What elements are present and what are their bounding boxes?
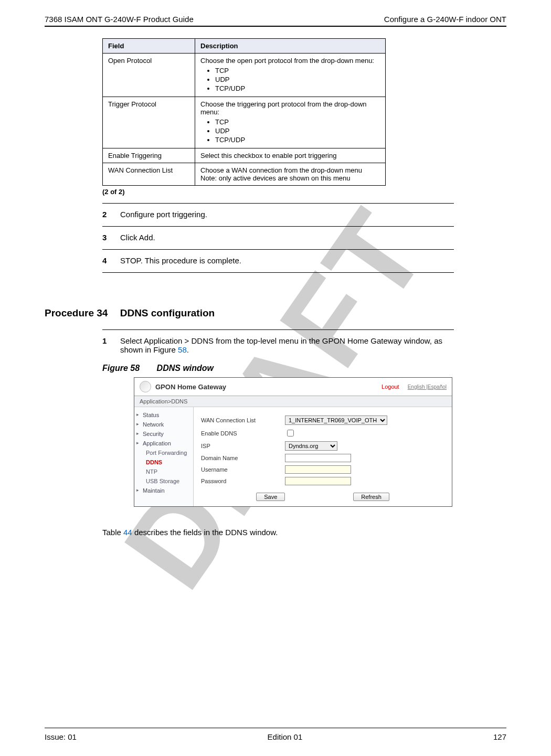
doc-title-left: 7368 ISAM ONT G-240W-F Product Guide [45,15,194,24]
cell-field: Trigger Protocol [103,97,195,148]
figure-label: Figure 58 [102,364,140,372]
refresh-button[interactable]: Refresh [353,493,389,501]
cell-field: WAN Connection List [103,163,195,186]
step-number: 2 [102,210,120,219]
procedure-heading: Procedure 34 DDNS configuration [45,307,506,319]
step-separator [102,249,454,250]
isp-label: ISP [201,443,285,449]
sidebar-item-usb-storage[interactable]: USB Storage [134,476,193,486]
gpon-title: GPON Home Gateway [155,383,226,391]
doc-title-right: Configure a G-240W-F indoor ONT [384,15,506,24]
sidebar-item-security[interactable]: Security [134,429,193,439]
sidebar-item-port-forwarding[interactable]: Port Forwarding [134,448,193,457]
table-row: Open Protocol Choose the open port proto… [103,54,386,97]
step-separator [102,272,454,273]
ddns-window-screenshot: GPON Home Gateway Logout English |Españo… [134,377,452,507]
step-text: Configure port triggering. [120,210,207,219]
step-separator [102,203,454,204]
isp-select[interactable]: Dyndns.org [285,441,337,451]
cell-field: Enable Triggering [103,148,195,163]
logout-link[interactable]: Logout [382,384,399,390]
footer-rule [45,728,506,728]
sidebar-item-network[interactable]: Network [134,420,193,429]
step-text: Click Add. [120,233,155,242]
domain-label: Domain Name [201,455,285,461]
procedure-label: Procedure 34 [45,307,108,318]
footer-left: Issue: 01 [45,732,77,741]
figure-link[interactable]: 58 [178,345,187,354]
logo-icon [140,381,151,392]
header-rule [45,26,506,27]
language-links[interactable]: English |Español [408,384,447,390]
figure-title: DDNS window [157,364,214,372]
step: 1 Select Application > DDNS from the top… [102,336,454,354]
col-description: Description [195,39,386,54]
procedure-title: DDNS configuration [120,307,215,318]
table-footer: (2 of 2) [102,188,506,196]
enable-ddns-checkbox[interactable] [287,430,294,436]
after-figure-text: Table 44 describes the fields in the DDN… [102,528,506,537]
cell-field: Open Protocol [103,54,195,97]
table-row: WAN Connection List Choose a WAN connect… [103,163,386,186]
step: 2 Configure port triggering. [102,210,454,219]
step: 3 Click Add. [102,233,454,242]
cell-desc: Choose the open port protocol from the d… [195,54,386,97]
step-number: 1 [102,336,120,354]
save-button[interactable]: Save [256,493,285,501]
wan-conn-select[interactable]: 1_INTERNET_TR069_VOIP_OTH [285,416,387,425]
sidebar-item-status[interactable]: Status [134,410,193,420]
side-nav: Status Network Security Application Port… [134,407,194,506]
cell-desc: Choose a WAN connection from the drop-do… [195,163,386,186]
step-number: 3 [102,233,120,242]
step-text: STOP. This procedure is complete. [120,256,241,265]
table-row: Trigger Protocol Choose the triggering p… [103,97,386,148]
parameter-table: Field Description Open Protocol Choose t… [102,38,386,186]
breadcrumb: Application>DDNS [134,396,452,407]
sidebar-item-ntp[interactable]: NTP [134,467,193,476]
step-text: Select Application > DDNS from the top-l… [120,336,454,354]
wan-conn-label: WAN Connection List [201,417,285,423]
sidebar-item-ddns[interactable]: DDNS [134,457,193,467]
step-separator [102,329,454,330]
cell-desc: Choose the triggering port protocol from… [195,97,386,148]
figure-heading: Figure 58 DDNS window [102,364,506,373]
col-field: Field [103,39,195,54]
page-number: 127 [493,732,506,741]
domain-input[interactable] [285,454,351,462]
enable-ddns-label: Enable DDNS [201,430,285,436]
table-link[interactable]: 44 [123,528,132,537]
footer-center: Edition 01 [268,732,303,741]
step-separator [102,226,454,227]
username-input[interactable] [285,465,351,474]
table-row: Enable Triggering Select this checkbox t… [103,148,386,163]
cell-desc: Select this checkbox to enable port trig… [195,148,386,163]
username-label: Username [201,466,285,473]
step: 4 STOP. This procedure is complete. [102,256,454,265]
sidebar-item-application[interactable]: Application [134,439,193,448]
sidebar-item-maintain[interactable]: Maintain [134,486,193,495]
password-label: Password [201,478,285,484]
password-input[interactable] [285,477,351,485]
step-number: 4 [102,256,120,265]
